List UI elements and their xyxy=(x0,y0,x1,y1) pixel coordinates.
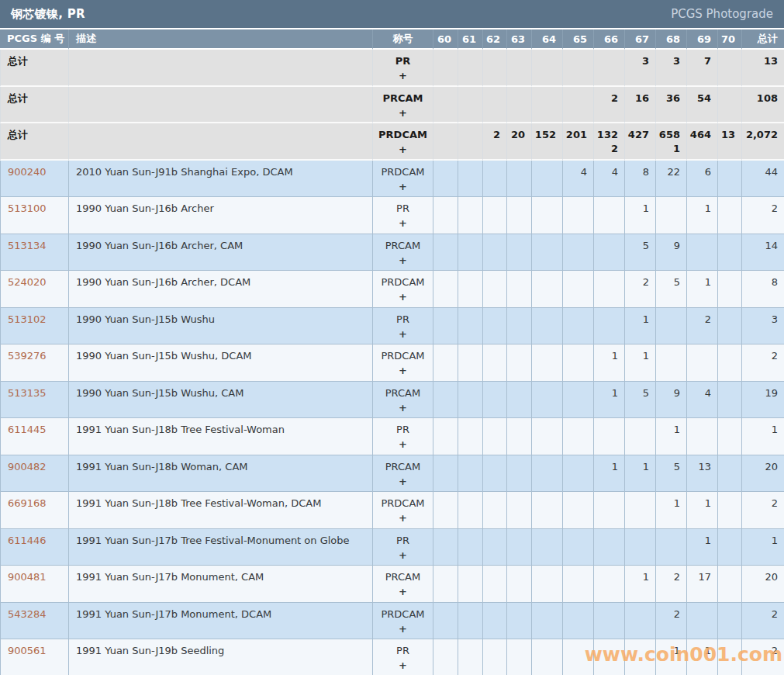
pcgs-number-link[interactable]: 524020 xyxy=(8,276,47,288)
plus-sign: + xyxy=(373,254,433,266)
pcgs-number-link[interactable]: 669168 xyxy=(8,497,47,509)
grade-cell-66 xyxy=(594,529,625,566)
pcgs-number-link[interactable]: 543284 xyxy=(8,608,47,620)
pcgs-photograde-link[interactable]: PCGS Photograde xyxy=(671,7,773,21)
grade-cell-69: 17 xyxy=(687,566,718,603)
pcgs-number-cell: 900561 xyxy=(0,639,69,675)
grade-cell-70 xyxy=(718,639,742,675)
designation-cell: PRCAM+ xyxy=(373,87,433,124)
pcgs-number-link[interactable]: 539276 xyxy=(8,350,47,362)
population-table: PCGS 编 号 描述 称号 60 61 62 63 64 65 66 67 6… xyxy=(0,29,784,675)
grade-cell-69 xyxy=(687,603,718,640)
grade-cell-61 xyxy=(458,382,483,419)
grade-cell-66: 1 xyxy=(594,382,625,419)
grade-cell-62 xyxy=(483,50,507,87)
designation-cell: PRDCAM+ xyxy=(373,271,433,308)
grade-cell-69: 7 xyxy=(687,50,718,87)
pcgs-number-link[interactable]: 513100 xyxy=(8,202,47,214)
grade-cell-69: 1 xyxy=(687,197,718,234)
pcgs-number-link[interactable]: 513134 xyxy=(8,240,47,251)
plus-sign: + xyxy=(373,659,433,671)
grade-cell-68: 9 xyxy=(656,234,687,272)
grade-cell-60 xyxy=(433,382,458,419)
grade-cell-67 xyxy=(625,639,656,675)
pcgs-number-link[interactable]: 611445 xyxy=(8,424,47,435)
header-row: PCGS 编 号 描述 称号 60 61 62 63 64 65 66 67 6… xyxy=(0,29,784,50)
grade-cell-61 xyxy=(458,566,483,603)
grade-cell-63 xyxy=(507,455,532,493)
designation-label: PR xyxy=(373,645,433,656)
total-label-cell: 总计 xyxy=(0,123,69,161)
row-total-cell: 1 xyxy=(742,529,784,566)
grade-count: 2 xyxy=(687,313,711,325)
pcgs-number-link[interactable]: 513102 xyxy=(8,313,47,325)
grade-cell-61 xyxy=(458,492,483,529)
grade-cell-68: 22 xyxy=(656,161,687,198)
pcgs-number-link[interactable]: 900482 xyxy=(8,461,47,472)
grade-cell-68: 3 xyxy=(656,50,687,87)
grade-cell-61 xyxy=(458,87,483,124)
grade-cell-60 xyxy=(433,197,458,234)
grade-cell-60 xyxy=(433,87,458,124)
grade-cell-64: 152 xyxy=(532,123,563,161)
pcgs-number-link[interactable]: 900561 xyxy=(8,645,47,656)
grade-count: 7 xyxy=(687,55,711,67)
designation-label: PRDCAM xyxy=(373,497,433,509)
grade-cell-62: 2 xyxy=(483,123,507,161)
grade-count: 1 xyxy=(687,535,711,546)
grade-cell-69: 2 xyxy=(687,308,718,345)
pcgs-number-link[interactable]: 900481 xyxy=(8,571,47,583)
plus-sign: + xyxy=(373,512,433,524)
row-total-cell: 20 xyxy=(742,455,784,493)
grade-cell-68 xyxy=(656,308,687,345)
grade-cell-65 xyxy=(563,418,594,455)
grade-cell-60 xyxy=(433,418,458,455)
grade-cell-62 xyxy=(483,492,507,529)
grade-count: 1 xyxy=(656,497,680,509)
pcgs-number-cell: 539276 xyxy=(0,344,69,382)
pcgs-number-link[interactable]: 900240 xyxy=(8,166,47,178)
grade-cell-63 xyxy=(507,344,532,382)
grade-cell-60 xyxy=(433,603,458,640)
grade-cell-63 xyxy=(507,639,532,675)
total-row: 总计PR+33713 xyxy=(0,50,784,87)
grade-cell-62 xyxy=(483,344,507,382)
plus-sign: + xyxy=(373,402,433,414)
grade-cell-66: 1 xyxy=(594,455,625,493)
table-row: 9004821991 Yuan Sun-J18b Woman, CAMPRCAM… xyxy=(0,455,784,493)
col-header-grade-62: 62 xyxy=(483,29,507,50)
row-total-cell: 3 xyxy=(742,308,784,345)
grade-cell-63 xyxy=(507,418,532,455)
grade-cell-65 xyxy=(563,603,594,640)
description-cell: 1991 Yuan Sun-J18b Tree Festival-Woman xyxy=(69,418,373,455)
grade-cell-64 xyxy=(532,50,563,87)
grade-cell-60 xyxy=(433,271,458,308)
table-row: 9005611991 Yuan Sun-J19b SeedlingPR+112 xyxy=(0,639,784,675)
grade-cell-61 xyxy=(458,234,483,272)
grade-cell-62 xyxy=(483,271,507,308)
grade-cell-62 xyxy=(483,566,507,603)
grade-count: 1 xyxy=(625,350,649,362)
grade-cell-69: 464 xyxy=(687,123,718,161)
designation-cell: PRDCAM+ xyxy=(373,123,433,161)
pcgs-number-link[interactable]: 513135 xyxy=(8,387,47,399)
table-row: 5131001990 Yuan Sun-J16b ArcherPR+112 xyxy=(0,197,784,234)
grade-cell-63 xyxy=(507,271,532,308)
description-cell: 1991 Yuan Sun-J19b Seedling xyxy=(69,639,373,675)
grade-count: 201 xyxy=(563,129,587,140)
grade-count: 1 xyxy=(687,276,711,288)
row-total-cell: 1 xyxy=(742,418,784,455)
grade-count: 1 xyxy=(656,424,680,435)
grade-count: 2 xyxy=(656,571,680,583)
pcgs-number-link[interactable]: 611446 xyxy=(8,535,47,546)
grade-cell-68 xyxy=(656,344,687,382)
plus-sign: + xyxy=(373,291,433,303)
grade-cell-63 xyxy=(507,529,532,566)
table-row: 9002402010 Yuan Sun-J91b Shanghai Expo, … xyxy=(0,161,784,198)
designation-label: PRCAM xyxy=(373,571,433,583)
col-header-grade-63: 63 xyxy=(507,29,532,50)
grade-cell-64 xyxy=(532,161,563,198)
grade-count: 54 xyxy=(687,92,711,104)
designation-cell: PRCAM+ xyxy=(373,382,433,419)
grade-cell-70 xyxy=(718,344,742,382)
